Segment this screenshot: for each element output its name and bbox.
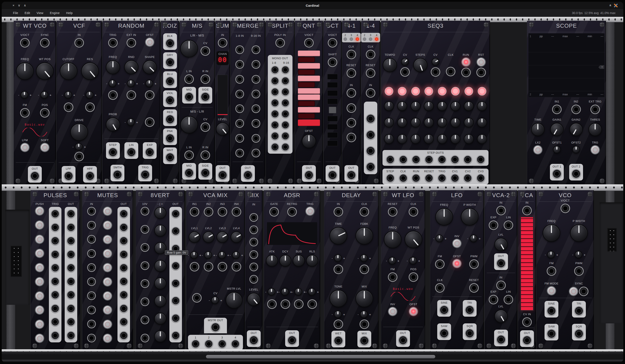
jack-port[interactable] [281,121,289,129]
jack-port[interactable] [281,299,290,309]
clk-port[interactable] [360,207,369,217]
jack-port[interactable] [171,314,180,323]
sync-button[interactable] [569,287,578,295]
jack-port[interactable] [281,77,289,85]
jack-port[interactable] [235,45,244,54]
atk-knob[interactable] [266,255,278,267]
ext-trg-port[interactable] [590,105,600,114]
sus-knob[interactable] [293,255,305,267]
jack-port[interactable] [251,60,260,69]
octave-slot[interactable] [327,124,338,130]
jack-port[interactable] [251,90,260,98]
sqr-port[interactable] [574,329,584,338]
jack-port[interactable] [579,287,589,296]
gry-port[interactable] [165,57,175,67]
gain2-knob[interactable] [569,123,583,136]
lpf-port[interactable] [64,171,73,181]
jack-port[interactable] [74,152,84,161]
channel-led[interactable] [356,37,359,41]
jack-port[interactable] [360,319,369,329]
in3-port[interactable] [218,207,227,217]
ext-in-port[interactable] [126,38,136,48]
push-button[interactable] [103,306,112,314]
jack-port[interactable] [141,261,149,270]
param-knob[interactable] [397,118,407,128]
jack-port[interactable] [281,66,289,74]
jack-port[interactable] [67,331,75,340]
jack-port[interactable] [218,339,226,348]
trim-knob[interactable] [575,251,582,258]
gate-port[interactable] [269,207,279,217]
jack-port[interactable] [271,143,279,151]
key-w[interactable] [298,76,320,81]
param-knob[interactable] [154,295,166,307]
exp-port[interactable] [489,295,498,304]
out-port[interactable] [30,171,40,181]
push-button[interactable] [103,334,112,342]
ofst2-knob[interactable] [572,146,580,153]
retrg-port[interactable] [287,207,297,217]
param-knob[interactable] [411,134,421,144]
param-knob[interactable] [437,134,447,144]
out-1-port[interactable] [552,169,562,179]
jack-port[interactable] [235,75,244,84]
reset-port[interactable] [346,68,356,78]
trim-knob[interactable] [388,257,396,265]
jack-port[interactable] [51,317,60,326]
jack-port[interactable] [386,174,395,182]
jack-port[interactable] [251,149,260,157]
jack-port[interactable] [235,119,244,128]
out-port[interactable] [346,170,356,180]
push-button[interactable] [103,221,112,229]
lin-port[interactable] [126,147,136,157]
param-knob[interactable] [397,134,407,144]
v-oct-port[interactable] [304,38,314,48]
jack-port[interactable] [141,225,149,234]
jack-port[interactable] [251,119,260,128]
push-button[interactable] [103,320,112,328]
jack-port[interactable] [191,339,200,348]
jack-port[interactable] [463,174,472,182]
step-led[interactable] [438,87,446,96]
clk-port[interactable] [346,50,356,59]
exp-port[interactable] [145,147,155,157]
jack-port[interactable] [446,67,455,76]
channel-led[interactable] [350,37,353,41]
push-button[interactable] [103,278,112,286]
in-port[interactable] [522,206,532,215]
out-port[interactable] [328,170,337,180]
jack-port[interactable] [141,279,149,288]
trg-button[interactable] [591,146,599,154]
sine-port[interactable] [547,306,556,316]
trig-button[interactable] [306,207,314,215]
wt-pos-knob[interactable] [36,62,54,80]
fm-port[interactable] [20,108,30,118]
trig-port[interactable] [108,38,118,48]
trim-knob[interactable] [409,257,417,265]
jack-port[interactable] [87,263,96,272]
pwm-port[interactable] [469,259,479,269]
channel-led[interactable] [369,37,372,41]
octave-slot[interactable] [327,140,338,146]
jack-port[interactable] [87,320,96,328]
trim-knob[interactable] [127,80,135,87]
saw-port[interactable] [439,329,449,338]
reset-port[interactable] [366,68,375,78]
tri-port[interactable] [465,305,474,315]
reset-port[interactable] [388,207,397,217]
rst-button[interactable] [477,58,485,66]
param-knob[interactable] [464,101,474,111]
jack-port[interactable] [204,262,213,272]
jack-port[interactable] [51,331,60,340]
push-button[interactable] [103,250,112,258]
out-port[interactable] [398,336,408,345]
ofst-knob[interactable] [302,134,316,148]
channel-led[interactable] [344,37,347,41]
trim-knob[interactable] [432,58,439,66]
param-knob[interactable] [154,260,166,272]
jack-port[interactable] [87,221,96,229]
jack-port[interactable] [386,155,395,164]
ofst-button[interactable] [146,38,154,46]
jack-port[interactable] [412,174,420,182]
menu-help[interactable]: Help [66,11,73,15]
